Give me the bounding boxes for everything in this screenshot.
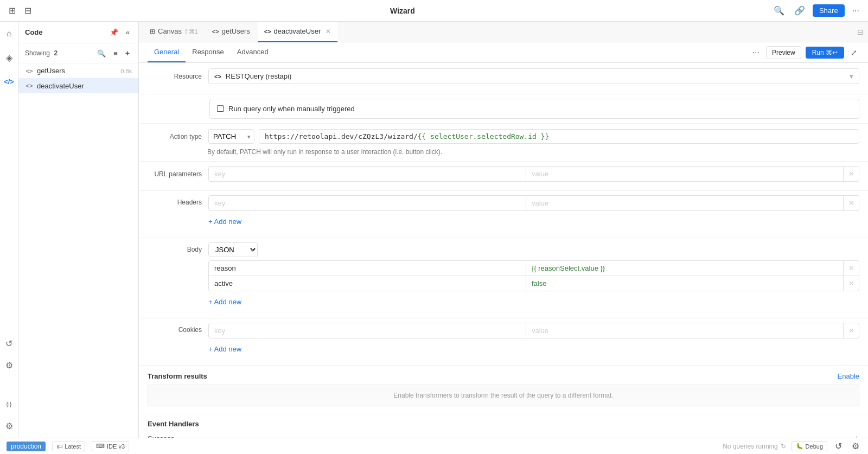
- pin-icon[interactable]: 📌: [107, 26, 120, 39]
- event-handlers-title: Event Handlers: [148, 420, 859, 428]
- enable-transform-button[interactable]: Enable: [838, 372, 859, 380]
- sub-tab-advanced[interactable]: Advanced: [231, 42, 275, 62]
- history-icon-bottom[interactable]: ↺: [833, 439, 844, 453]
- url-params-val-input[interactable]: [532, 170, 838, 178]
- more-options-icon[interactable]: ···: [850, 4, 861, 18]
- trigger-checkbox[interactable]: ☐: [216, 104, 224, 114]
- sidebar-item-deploy[interactable]: ⚙: [2, 418, 17, 433]
- url-params-key-input[interactable]: [214, 170, 520, 178]
- body-val-active: false: [526, 276, 844, 291]
- debug-icon: 🐛: [796, 443, 803, 450]
- sidebar-item-bookmark[interactable]: ◈: [2, 50, 17, 65]
- action-section: Action type PATCH GET POST PUT DELETE: [139, 124, 868, 162]
- code-panel-subheader-actions: 🔍 ≡ +: [95, 47, 132, 60]
- headers-key-input[interactable]: [214, 199, 520, 207]
- tabs-bar: ⊞ Canvas ⇧⌘1 <> getUsers <> deactivateUs…: [139, 22, 868, 42]
- action-select-wrapper: PATCH GET POST PUT DELETE: [208, 129, 254, 144]
- add-query-icon[interactable]: +: [123, 47, 132, 60]
- headers-add-new[interactable]: + Add new: [208, 214, 241, 229]
- sidebar-item-history[interactable]: ↺: [2, 336, 17, 351]
- query-name-deactivateuser: deactivateUser: [37, 82, 122, 90]
- topbar: ⊞ ⊟ Wizard 🔍 🔗 Share ···: [0, 0, 868, 22]
- debug-label: Debug: [806, 443, 823, 450]
- body-label: Body: [148, 242, 202, 253]
- preview-button[interactable]: Preview: [766, 46, 801, 59]
- body-add-new[interactable]: + Add new: [208, 295, 241, 309]
- action-type-select[interactable]: PATCH GET POST PUT DELETE: [208, 129, 254, 144]
- body-key-active-text: active: [214, 279, 233, 287]
- code-panel: Code 📌 « Showing 2 🔍 ≡ + <> getUsers 0.8…: [18, 22, 139, 438]
- trigger-label: Run query only when manually triggered: [228, 105, 355, 113]
- body-delete-active-icon[interactable]: ✕: [844, 276, 859, 291]
- more-options-button[interactable]: ···: [750, 47, 762, 59]
- settings-icon-bottom[interactable]: ⚙: [850, 439, 861, 453]
- share-button[interactable]: Share: [813, 4, 845, 17]
- event-handler-success-add-icon[interactable]: +: [854, 433, 859, 438]
- collapse-icon[interactable]: «: [124, 26, 132, 39]
- close-deactivateuser-tab[interactable]: ✕: [326, 28, 331, 35]
- status-right: No queries running ↻ 🐛 Debug ↺ ⚙: [723, 439, 861, 453]
- headers-delete-icon[interactable]: ✕: [844, 196, 859, 210]
- transform-results-section: Transform results Enable Enable transfor…: [139, 366, 868, 413]
- tab-deactivateuser[interactable]: <> deactivateUser ✕: [258, 22, 338, 42]
- debug-tag[interactable]: 🐛 Debug: [792, 441, 827, 451]
- url-input[interactable]: https://retoolapi.dev/cZQzL3/wizard/{{ s…: [259, 129, 859, 144]
- right-panel-icon[interactable]: ⊟: [857, 28, 864, 36]
- trigger-row[interactable]: ☐ Run query only when manually triggered: [209, 99, 859, 119]
- search-icon[interactable]: 🔍: [771, 3, 787, 18]
- event-handler-success-header: Success +: [148, 433, 859, 438]
- patch-note: By default, PATCH will only run in respo…: [148, 148, 859, 156]
- cookies-add-new[interactable]: + Add new: [208, 342, 241, 356]
- headers-key-cell: [209, 196, 526, 210]
- expand-icon[interactable]: ⤢: [848, 46, 859, 59]
- sidebar-item-code[interactable]: </>: [2, 74, 17, 89]
- run-button[interactable]: Run ⌘↩: [806, 47, 844, 59]
- code-panel-title: Code: [25, 28, 43, 36]
- sidebar-item-home[interactable]: ⌂: [2, 26, 17, 41]
- sub-tab-response[interactable]: Response: [186, 42, 231, 62]
- cookies-key-input[interactable]: [214, 327, 520, 335]
- resource-selector[interactable]: <> RESTQuery (restapi) ▾: [208, 68, 859, 84]
- cookies-delete-icon[interactable]: ✕: [844, 323, 859, 338]
- tab-getusers[interactable]: <> getUsers: [206, 22, 257, 42]
- query-item-deactivateuser[interactable]: <> deactivateUser ···: [18, 78, 138, 93]
- body-type-select-wrapper: JSON Form Raw Binary: [208, 242, 258, 257]
- sub-tab-general[interactable]: General: [148, 42, 186, 62]
- latest-tag[interactable]: 🏷 Latest: [52, 442, 85, 451]
- query-item-getusers[interactable]: <> getUsers 0.8s: [18, 63, 138, 78]
- headers-val-input[interactable]: [532, 199, 838, 207]
- action-type-row: PATCH GET POST PUT DELETE https://retool…: [208, 129, 859, 144]
- ide-tag[interactable]: ⌨ IDE v3: [92, 441, 129, 451]
- body-delete-reason-icon[interactable]: ✕: [844, 261, 859, 276]
- headers-label: Headers: [148, 195, 202, 206]
- tab-canvas[interactable]: ⊞ Canvas ⇧⌘1: [143, 22, 205, 42]
- share-link-icon[interactable]: 🔗: [792, 3, 807, 18]
- main-layout: ⌂ ◈ </> ↺ ⚙ {i} ⚙ Code 📌 « Showing 2 🔍: [0, 22, 868, 438]
- body-key-active: active: [209, 276, 526, 291]
- topbar-right: 🔍 🔗 Share ···: [771, 3, 861, 18]
- cookies-table: ✕: [208, 323, 859, 338]
- cookies-val-input[interactable]: [532, 327, 838, 335]
- query-icon-deactivateuser: <>: [25, 82, 34, 89]
- url-params-row: URL parameters ✕: [148, 166, 859, 182]
- environment-badge[interactable]: production: [7, 442, 46, 451]
- query-name-getusers: getUsers: [37, 67, 117, 75]
- sidebar-item-api[interactable]: {i}: [2, 397, 17, 412]
- cookies-row: Cookies ✕: [148, 323, 859, 356]
- canvas-tab-icon: ⊞: [150, 28, 155, 35]
- board-icon[interactable]: ⊟: [22, 3, 34, 18]
- event-handlers-section: Event Handlers Success + Trigger queries…: [139, 413, 868, 438]
- deactivateuser-tab-label: deactivateUser: [274, 27, 321, 35]
- ide-label: IDE v3: [107, 443, 125, 450]
- query-icon-getusers: <>: [25, 68, 34, 74]
- no-queries-status: No queries running ↻: [723, 443, 786, 450]
- url-params-delete-icon[interactable]: ✕: [844, 167, 859, 181]
- body-val-reason-text: {{ reasonSelect.value }}: [532, 264, 605, 272]
- sidebar-item-settings[interactable]: ⚙: [2, 357, 17, 373]
- search-queries-icon[interactable]: 🔍: [95, 47, 108, 60]
- filter-queries-icon[interactable]: ≡: [111, 47, 120, 60]
- tag-icon: 🏷: [56, 443, 62, 450]
- grid-icon[interactable]: ⊞: [7, 3, 18, 18]
- body-row: Body JSON Form Raw Binary: [148, 242, 859, 309]
- body-type-select[interactable]: JSON Form Raw Binary: [208, 242, 258, 257]
